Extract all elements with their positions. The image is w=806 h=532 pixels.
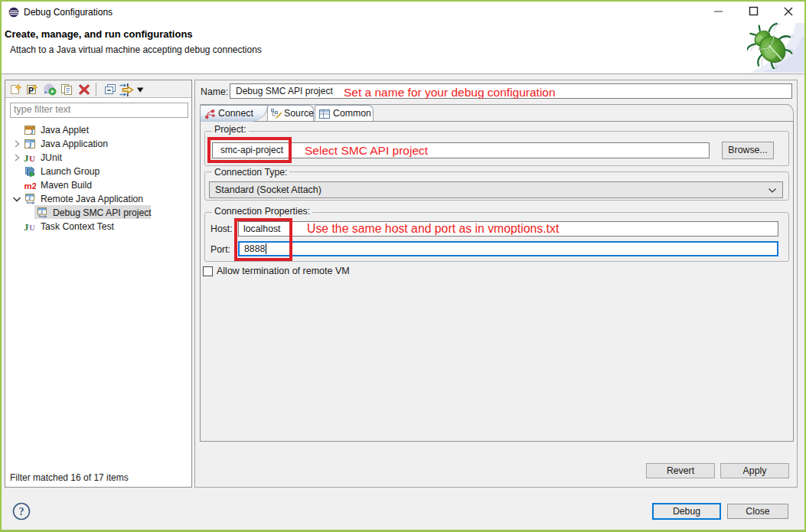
svg-text:J: J bbox=[24, 152, 29, 164]
svg-text:J: J bbox=[24, 221, 29, 233]
svg-text:m2: m2 bbox=[24, 181, 37, 191]
svg-text:?: ? bbox=[19, 506, 24, 517]
svg-text:U: U bbox=[29, 223, 35, 232]
svg-text:U: U bbox=[29, 154, 35, 163]
svg-text:J: J bbox=[30, 128, 34, 135]
